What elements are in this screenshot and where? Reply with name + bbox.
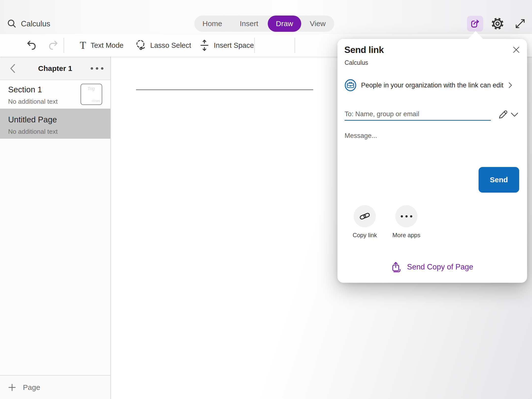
text-mode-button[interactable]: T Text Mode xyxy=(80,34,123,57)
copy-link-label: Copy link xyxy=(348,232,382,239)
ellipsis-icon xyxy=(91,67,93,70)
send-copy-of-page-button[interactable]: Send Copy of Page xyxy=(337,261,527,273)
add-page-button[interactable]: Page xyxy=(0,375,110,399)
insert-space-button[interactable]: Insert Space xyxy=(200,34,254,57)
redo-button[interactable] xyxy=(48,34,59,57)
lasso-icon xyxy=(135,39,146,51)
tab-insert[interactable]: Insert xyxy=(230,16,268,32)
ink-stroke xyxy=(136,89,313,90)
share-page-icon xyxy=(391,261,401,273)
chevron-right-icon xyxy=(508,82,513,89)
plus-icon xyxy=(8,383,16,391)
ribbon-tabs: Home Insert Draw View xyxy=(194,16,334,32)
section-menu-button[interactable] xyxy=(91,57,103,80)
fullscreen-button[interactable] xyxy=(514,17,527,30)
chevron-down-icon xyxy=(510,112,519,117)
page-list-item-section1[interactable]: Section 1 No additional text Trig cosec xyxy=(0,80,110,109)
link-permission-setting[interactable]: People in your organization with the lin… xyxy=(345,79,517,91)
more-apps-label: More apps xyxy=(389,232,424,239)
tab-draw[interactable]: Draw xyxy=(268,16,301,32)
undo-icon xyxy=(26,40,36,51)
dialog-title: Send link xyxy=(344,45,384,55)
toolbar-divider xyxy=(295,38,295,53)
page-thumbnail: Trig cosec xyxy=(81,84,102,105)
toolbar-divider xyxy=(254,38,255,53)
more-apps-action[interactable]: More apps xyxy=(389,205,424,239)
pencil-icon xyxy=(498,109,508,120)
tab-view[interactable]: View xyxy=(301,16,334,32)
recipient-field-wrap xyxy=(345,108,491,121)
dialog-subtitle: Calculus xyxy=(345,59,368,66)
recipient-options-button[interactable] xyxy=(510,111,519,119)
message-field-wrap xyxy=(345,129,512,166)
close-icon xyxy=(512,46,520,54)
copy-link-button[interactable] xyxy=(354,205,376,227)
send-link-dialog: Send link Calculus People in your organi… xyxy=(337,39,527,283)
settings-button[interactable] xyxy=(491,17,504,31)
send-copy-label: Send Copy of Page xyxy=(407,263,473,271)
more-apps-button[interactable] xyxy=(395,205,417,227)
organization-icon xyxy=(345,79,356,91)
expand-icon xyxy=(514,17,527,30)
notebook-switcher[interactable]: Calculus xyxy=(7,19,50,29)
insert-space-icon xyxy=(200,39,209,51)
redo-icon xyxy=(48,40,59,51)
tab-home[interactable]: Home xyxy=(194,16,230,32)
page-sidebar: Chapter 1 Section 1 No additional text T… xyxy=(0,57,111,399)
search-icon[interactable] xyxy=(7,19,17,29)
gear-icon xyxy=(491,17,504,31)
sidebar-header: Chapter 1 xyxy=(0,57,110,80)
close-button[interactable] xyxy=(511,44,522,55)
send-button[interactable]: Send xyxy=(479,167,519,193)
recipient-input[interactable] xyxy=(345,108,491,120)
page-list-item-untitled[interactable]: Untitled Page No additional text xyxy=(0,109,110,139)
message-input[interactable] xyxy=(345,129,512,166)
link-icon xyxy=(359,211,370,222)
share-button[interactable] xyxy=(467,16,483,32)
permission-label: People in your organization with the lin… xyxy=(361,82,503,89)
share-icon xyxy=(470,19,480,29)
lasso-select-button[interactable]: Lasso Select xyxy=(135,34,191,57)
undo-button[interactable] xyxy=(26,34,36,57)
text-mode-icon: T xyxy=(80,40,86,50)
copy-link-action[interactable]: Copy link xyxy=(348,205,382,239)
more-apps-icon xyxy=(401,215,412,217)
popover-callout-arrow xyxy=(468,31,483,39)
edit-recipients-button[interactable] xyxy=(497,108,509,120)
top-bar: Calculus Home Insert Draw View xyxy=(0,0,532,34)
notebook-title: Calculus xyxy=(21,19,50,28)
toolbar-divider xyxy=(64,38,64,53)
